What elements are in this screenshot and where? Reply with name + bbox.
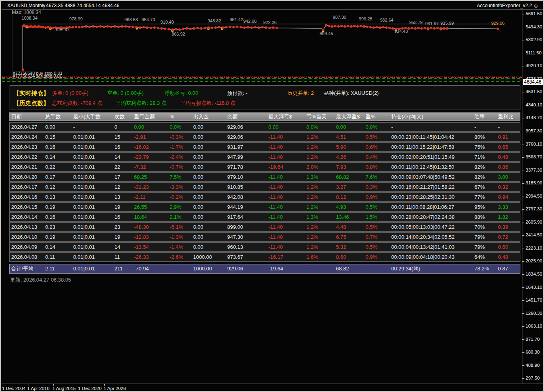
- table-row: 2026.04.150.190.01|0.011926.552.9%0.0094…: [9, 202, 520, 212]
- table-cell: -11.40: [267, 173, 305, 181]
- table-cell: -1.3%: [168, 233, 192, 241]
- table-cell: -48.30: [132, 223, 168, 231]
- table-cell: 0.48: [496, 153, 520, 161]
- table-cell: 0.00: [132, 123, 168, 131]
- table-cell: -19.64: [267, 264, 305, 273]
- table-row: 2026.04.160.130.01|0.0113-2.11-0.2%0.009…: [9, 192, 520, 202]
- table-cell: -0.3%: [168, 133, 192, 141]
- column-header: 最大浮亏$: [267, 113, 305, 120]
- table-cell: 26.55: [132, 203, 168, 211]
- column-header: 持仓(小|均|大): [390, 113, 473, 120]
- table-cell: 973.67: [226, 253, 267, 261]
- table-cell: 1.2%: [305, 193, 334, 201]
- column-header: 日期: [10, 113, 44, 120]
- price-axis-label: 1063.10: [526, 324, 542, 328]
- table-cell: 8.60: [334, 253, 364, 261]
- table-cell: 0.11: [44, 253, 72, 261]
- table-cell: -: [390, 123, 473, 131]
- table-row: 2026.04.170.120.01|0.0112-31.23-3.3%0.00…: [9, 182, 520, 192]
- table-cell: 19: [113, 203, 132, 211]
- time-axis-label: 1 Aug 2015: [52, 386, 76, 391]
- table-cell: 0.16: [44, 213, 72, 221]
- table-row: 2026.04.100.190.01|0.0119-12.83-1.3%0.00…: [9, 232, 520, 242]
- table-cell: 0.14: [44, 243, 72, 251]
- table-cell: 0.00: [192, 133, 226, 141]
- column-header: 余额: [226, 113, 267, 120]
- table-cell: 0.0%: [364, 123, 390, 131]
- table-header-row: 日期总手数最小|大手数次数盈亏金额%出入金余额最大浮亏$亏%当天最大浮盈$盈%持…: [9, 112, 520, 121]
- table-cell: 1.3%: [305, 173, 334, 181]
- table-cell: 1.5%: [364, 213, 390, 221]
- table-cell: 0.01|0.01: [72, 193, 113, 201]
- table-cell: 79%: [473, 233, 496, 241]
- table-cell: 947.30: [226, 233, 267, 241]
- table-cell: -1.7%: [168, 143, 192, 151]
- price-axis-label: 3568.70: [526, 154, 542, 159]
- table-row: 2026.04.240.150.01|0.0115-2.91-0.3%0.009…: [9, 132, 520, 142]
- table-cell: -0.2%: [168, 193, 192, 201]
- table-cell: 00:00:11|00:15:22|01:47:58: [390, 143, 473, 151]
- table-cell: 0.19: [44, 233, 72, 241]
- table-cell: 1.2%: [305, 143, 334, 151]
- price-axis-tick: [522, 326, 524, 327]
- table-cell: 910.85: [226, 183, 267, 191]
- price-axis-label: 871.70: [526, 337, 540, 342]
- table-cell: 2026.04.09: [10, 243, 44, 251]
- table-cell: 00:00:05|00:13:03|00:47:22: [390, 223, 473, 231]
- table-cell: -11.40: [267, 203, 305, 211]
- table-cell: 71%: [473, 153, 496, 161]
- price-axis-tick: [522, 183, 524, 184]
- equity-point-label: 978.99: [69, 16, 83, 21]
- table-cell: 1.2%: [305, 133, 334, 141]
- table-cell: 2026.04.15: [10, 203, 44, 211]
- table-cell: 971.78: [226, 163, 267, 171]
- table-cell: 0.5%: [364, 133, 390, 141]
- price-axis-tick: [522, 144, 524, 144]
- price-axis-label: 297.50: [526, 376, 540, 380]
- price-axis-label: 2797.30: [526, 206, 542, 211]
- time-axis-tick: [28, 384, 28, 386]
- table-row: 2026.04.210.220.01|0.0122-7.32-0.7%0.009…: [9, 162, 520, 172]
- table-cell: 16: [113, 143, 132, 151]
- time-axis-tick: [79, 384, 79, 386]
- table-cell: 17: [113, 173, 132, 181]
- equity-point-label: 1008.34: [22, 16, 38, 20]
- table-cell: 68.82: [334, 173, 364, 181]
- table-cell: 0.01|0.01: [72, 163, 113, 171]
- table-cell: 0.16: [44, 143, 72, 151]
- table-cell: 2.11: [44, 264, 72, 273]
- table-cell: 929.06: [226, 123, 267, 131]
- table-cell: -11.40: [267, 133, 305, 141]
- price-axis-tick: [522, 313, 524, 314]
- price-axis-label: 2025.90: [526, 258, 542, 263]
- table-cell: 7.5%: [168, 173, 192, 181]
- table-cell: 0.00: [192, 203, 226, 211]
- table-cell: 0.01|0.01: [72, 213, 113, 221]
- table-cell: 0.00: [192, 213, 226, 221]
- table-cell: 68.82: [334, 264, 364, 273]
- table-row: 2026.04.080.110.01|0.0111-26.33-2.6%1000…: [9, 252, 520, 262]
- equity-point-label: 899.45: [320, 31, 333, 36]
- table-cell: 88%: [473, 213, 496, 221]
- table-cell: 00:00:09|00:04:18|00:20:43: [390, 253, 473, 261]
- price-axis-tick: [522, 27, 524, 27]
- table-cell: 0.01|0.01: [72, 173, 113, 181]
- table-cell: -2.91: [132, 133, 168, 141]
- table-cell: 3.00: [496, 173, 520, 181]
- price-axis-tick: [522, 352, 524, 353]
- table-cell: -: [305, 264, 334, 273]
- price-axis-tick: [522, 53, 524, 53]
- table-row: 2026.04.130.230.01|0.0123-48.30-5.1%0.00…: [9, 222, 520, 232]
- table-cell: 15: [113, 133, 132, 141]
- table-cell: 00:00:16|00:21:27|01:58:22: [390, 183, 473, 191]
- chart-area[interactable]: Max: 1008.341008.34978.99947.67968.58954…: [1, 1, 544, 392]
- table-cell: 0.00: [192, 173, 226, 181]
- table-cell: 947.99: [226, 153, 267, 161]
- table-cell: 3.27: [334, 183, 364, 191]
- table-cell: 0: [113, 123, 132, 131]
- price-axis-tick: [522, 92, 524, 92]
- table-cell: 1.2%: [305, 153, 334, 161]
- table-cell: 0.19: [44, 203, 72, 211]
- table-cell: 合计/平均: [10, 264, 44, 273]
- table-cell: 00:00:11|00:08:28|01:06:27: [390, 203, 473, 211]
